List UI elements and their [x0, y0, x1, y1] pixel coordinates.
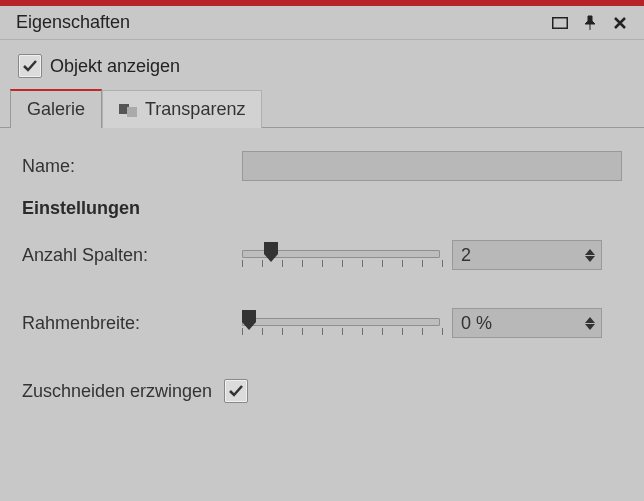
- columns-label: Anzahl Spalten:: [22, 245, 242, 266]
- show-object-checkbox[interactable]: [18, 54, 42, 78]
- slider-track: [242, 318, 440, 326]
- crop-row: Zuschneiden erzwingen: [22, 371, 622, 411]
- border-label: Rahmenbreite:: [22, 313, 242, 334]
- svg-rect-2: [127, 107, 137, 117]
- show-object-row: Objekt anzeigen: [0, 40, 644, 88]
- tabs: Galerie Transparenz: [0, 88, 644, 128]
- slider-ticks: [242, 328, 442, 336]
- settings-heading: Einstellungen: [22, 190, 622, 231]
- name-label: Name:: [22, 156, 242, 177]
- border-slider[interactable]: [242, 306, 442, 340]
- window-buttons: [550, 13, 630, 33]
- border-row: Rahmenbreite: 0 %: [22, 303, 622, 343]
- columns-slider[interactable]: [242, 238, 442, 272]
- slider-thumb[interactable]: [242, 310, 256, 332]
- border-value: 0 %: [461, 313, 492, 334]
- panel-title: Eigenschaften: [16, 12, 130, 33]
- titlebar: Eigenschaften: [0, 6, 644, 40]
- body: Name: Einstellungen Anzahl Spalten: 2: [0, 128, 644, 429]
- columns-spinner[interactable]: 2: [452, 240, 602, 270]
- tab-galerie-label: Galerie: [27, 99, 85, 120]
- crop-checkbox[interactable]: [224, 379, 248, 403]
- transparency-icon: [119, 100, 139, 120]
- name-row: Name:: [22, 146, 622, 186]
- svg-rect-0: [553, 17, 568, 28]
- crop-label: Zuschneiden erzwingen: [22, 381, 212, 402]
- float-icon[interactable]: [550, 13, 570, 33]
- tab-galerie[interactable]: Galerie: [10, 89, 102, 128]
- slider-thumb[interactable]: [264, 242, 278, 264]
- columns-row: Anzahl Spalten: 2: [22, 235, 622, 275]
- show-object-label: Objekt anzeigen: [50, 56, 180, 77]
- spinner-arrows-icon[interactable]: [585, 249, 595, 262]
- spinner-arrows-icon[interactable]: [585, 317, 595, 330]
- pin-icon[interactable]: [580, 13, 600, 33]
- tab-transparenz[interactable]: Transparenz: [102, 90, 262, 128]
- columns-value: 2: [461, 245, 471, 266]
- border-spinner[interactable]: 0 %: [452, 308, 602, 338]
- properties-panel: Eigenschaften Objekt anzeigen Galerie: [0, 0, 644, 501]
- close-icon[interactable]: [610, 13, 630, 33]
- tab-transparenz-label: Transparenz: [145, 99, 245, 120]
- name-input[interactable]: [242, 151, 622, 181]
